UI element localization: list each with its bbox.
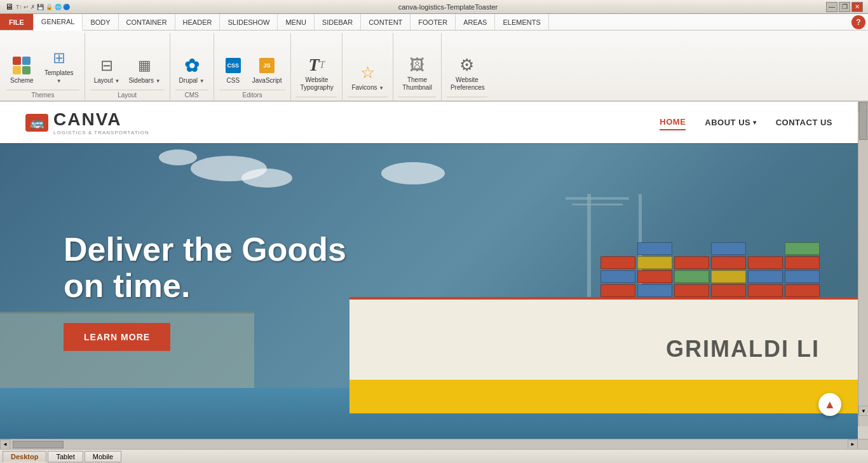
typography-group-label bbox=[296, 97, 337, 100]
cloud-4 bbox=[381, 162, 445, 184]
title-bar: 🖥 T↑ ↩ ✗ 💾 🔒 🌐 🔵 canva-logistics-Templat… bbox=[0, 0, 868, 14]
tab-mobile[interactable]: Mobile bbox=[85, 451, 121, 462]
typography-items: TT WebsiteTypography bbox=[296, 36, 337, 97]
window-controls: — ❐ ✕ bbox=[826, 2, 863, 12]
nav-link-home[interactable]: HOME bbox=[660, 114, 686, 130]
scrollbar-down-arrow[interactable]: ▼ bbox=[858, 406, 868, 416]
title-bar-left: 🖥 T↑ ↩ ✗ 💾 🔒 🌐 🔵 bbox=[5, 2, 70, 11]
layout-button[interactable]: ⊟ Layout ▼ bbox=[90, 53, 124, 87]
scrollbar-thumb[interactable] bbox=[859, 102, 867, 140]
ribbon-tabs: FILE GENERAL BODY CONTAINER HEADER SLIDE… bbox=[0, 14, 868, 31]
css-label: CSS bbox=[226, 77, 240, 85]
cms-group-label: CMS bbox=[175, 90, 208, 100]
learn-more-button[interactable]: LEARN MORE bbox=[64, 323, 170, 351]
favicons-items: ☆ Favicons ▼ bbox=[348, 36, 388, 97]
favicons-group-label bbox=[348, 97, 388, 100]
themes-group-label: Themes bbox=[6, 90, 79, 100]
thumbnail-group-label bbox=[398, 97, 436, 100]
javascript-button[interactable]: JS JavaScript bbox=[248, 53, 286, 87]
container-3b bbox=[674, 270, 709, 283]
thumbnail-items: 🖼 ThemeThumbnail bbox=[398, 36, 436, 97]
favicons-button[interactable]: ☆ Favicons ▼ bbox=[348, 60, 388, 94]
site-navigation: 🚌 CANVA LOGISTICS & TRANSPORTATION HOME … bbox=[0, 102, 858, 143]
scrollbar-vertical[interactable]: ▲ ▼ bbox=[858, 102, 868, 426]
templates-label: Templates ▼ bbox=[43, 69, 76, 85]
tab-desktop[interactable]: Desktop bbox=[3, 451, 46, 462]
tab-container[interactable]: CONTAINER bbox=[119, 14, 175, 30]
scheme-button[interactable]: Scheme bbox=[6, 53, 37, 87]
container-2d bbox=[637, 284, 672, 297]
tab-body[interactable]: BODY bbox=[83, 14, 118, 30]
nav-about-label: ABOUT US bbox=[705, 118, 750, 127]
ribbon: FILE GENERAL BODY CONTAINER HEADER SLIDE… bbox=[0, 14, 868, 102]
tab-menu[interactable]: MENU bbox=[278, 14, 314, 30]
theme-thumbnail-button[interactable]: 🖼 ThemeThumbnail bbox=[398, 52, 436, 94]
hero-line-1: Deliver the Goods bbox=[64, 230, 346, 267]
nav-link-contact[interactable]: CONTACT US bbox=[776, 115, 832, 130]
tab-sidebar[interactable]: SIDEBAR bbox=[315, 14, 361, 30]
main-content: 🚌 CANVA LOGISTICS & TRANSPORTATION HOME … bbox=[0, 102, 868, 439]
close-button[interactable]: ✕ bbox=[851, 2, 863, 12]
hero-headline: Deliver the Goods on time. bbox=[64, 231, 346, 303]
scrollbar-h-thumb[interactable] bbox=[13, 441, 64, 448]
typography-label: WebsiteTypography bbox=[300, 76, 333, 92]
templates-icon: ⊞ bbox=[49, 48, 69, 68]
tab-content[interactable]: CONTENT bbox=[361, 14, 410, 30]
favicons-icon: ☆ bbox=[358, 62, 378, 83]
sidebars-button[interactable]: ▦ Sidebars ▼ bbox=[125, 53, 164, 87]
scrollbar-horizontal[interactable]: ◄ ► bbox=[0, 439, 868, 449]
ribbon-group-editors: CSS CSS JS JavaScript Editors bbox=[214, 33, 292, 100]
tab-tablet[interactable]: Tablet bbox=[48, 451, 83, 462]
drupal-icon: ✿ bbox=[182, 55, 202, 76]
hero-line-2: on time. bbox=[64, 267, 190, 304]
container-stack-3 bbox=[674, 256, 709, 297]
help-button[interactable]: ? bbox=[851, 15, 865, 29]
minimize-button[interactable]: — bbox=[826, 2, 837, 12]
ribbon-group-favicons: ☆ Favicons ▼ bbox=[342, 33, 393, 100]
css-button[interactable]: CSS CSS bbox=[219, 53, 247, 87]
app-window: 🖥 T↑ ↩ ✗ 💾 🔒 🌐 🔵 canva-logistics-Templat… bbox=[0, 0, 868, 463]
scroll-top-button[interactable]: ▲ bbox=[818, 393, 841, 416]
nav-link-about[interactable]: ABOUT US ▾ bbox=[705, 115, 756, 130]
website-typography-button[interactable]: TT WebsiteTypography bbox=[296, 52, 337, 94]
drupal-button[interactable]: ✿ Drupal ▼ bbox=[175, 53, 208, 87]
container-6a bbox=[785, 242, 820, 255]
container-6d bbox=[785, 284, 820, 297]
logo-subtext: LOGISTICS & TRANSPORTATION bbox=[53, 130, 149, 135]
tab-general[interactable]: GENERAL bbox=[34, 15, 83, 31]
container-6b bbox=[785, 256, 820, 269]
container-stack-2 bbox=[637, 242, 672, 297]
tab-header[interactable]: HEADER bbox=[175, 14, 220, 30]
editors-group-label: Editors bbox=[219, 90, 286, 100]
container-6c bbox=[785, 270, 820, 283]
container-4a bbox=[711, 242, 746, 255]
hero-content: Deliver the Goods on time. LEARN MORE bbox=[64, 231, 346, 350]
container-1a bbox=[600, 256, 635, 269]
tab-footer[interactable]: FOOTER bbox=[410, 14, 456, 30]
tab-areas[interactable]: AREAS bbox=[456, 14, 495, 30]
scrollbar-left-arrow[interactable]: ◄ bbox=[0, 439, 10, 450]
container-5a bbox=[748, 256, 783, 269]
cms-items: ✿ Drupal ▼ bbox=[175, 36, 208, 90]
ribbon-content: Scheme ⊞ Templates ▼ Themes bbox=[0, 31, 868, 100]
container-4b bbox=[711, 256, 746, 269]
container-2b bbox=[637, 256, 672, 269]
restore-button[interactable]: ❐ bbox=[839, 2, 850, 12]
website-preview: 🚌 CANVA LOGISTICS & TRANSPORTATION HOME … bbox=[0, 102, 858, 439]
ribbon-group-layout: ⊟ Layout ▼ ▦ Sidebars ▼ Layout bbox=[85, 33, 170, 100]
tab-slideshow[interactable]: SLIDESHOW bbox=[220, 14, 278, 30]
website-preferences-button[interactable]: ⚙ WebsitePreferences bbox=[447, 52, 487, 94]
ribbon-group-thumbnail: 🖼 ThemeThumbnail bbox=[393, 33, 442, 100]
tab-elements[interactable]: ELEMENTS bbox=[495, 14, 548, 30]
logo-icon: 🚌 bbox=[25, 114, 48, 132]
container-4c bbox=[711, 270, 746, 283]
container-stack-4 bbox=[711, 242, 746, 297]
templates-button[interactable]: ⊞ Templates ▼ bbox=[39, 45, 79, 87]
tab-file[interactable]: FILE bbox=[0, 14, 34, 30]
scrollbar-right-arrow[interactable]: ► bbox=[848, 439, 858, 450]
container-2c bbox=[637, 270, 672, 283]
logo-text-group: CANVA LOGISTICS & TRANSPORTATION bbox=[53, 109, 149, 135]
cloud-3 bbox=[159, 149, 197, 165]
container-3c bbox=[674, 284, 709, 297]
thumbnail-icon: 🖼 bbox=[407, 55, 428, 75]
